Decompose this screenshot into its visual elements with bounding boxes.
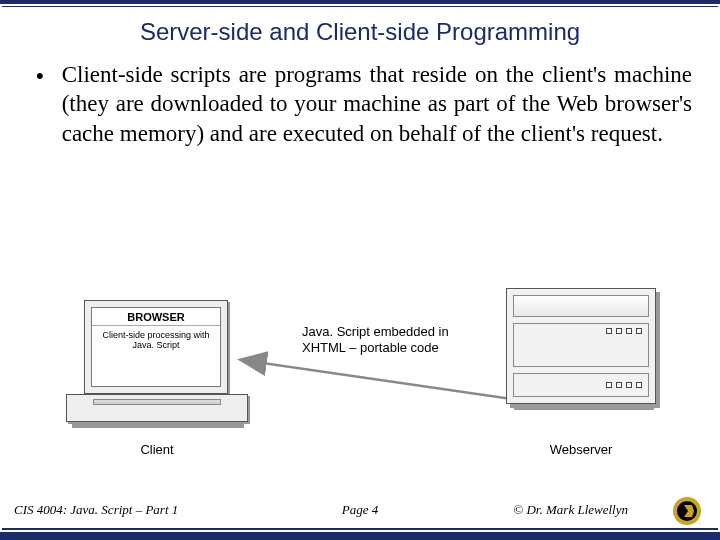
- bullet-text: Client-side scripts are programs that re…: [62, 60, 692, 148]
- slide-title: Server-side and Client-side Programming: [10, 10, 710, 60]
- browser-desc: Client-side processing with Java. Script: [92, 326, 220, 386]
- server-panel-1: [513, 323, 649, 367]
- server-indicator-lights: [606, 382, 642, 388]
- laptop-screen-inner: BROWSER Client-side processing with Java…: [91, 307, 221, 387]
- server-caption: Webserver: [506, 442, 656, 457]
- svg-line-1: [242, 360, 532, 402]
- server-panel-2: [513, 373, 649, 397]
- diagram: BROWSER Client-side processing with Java…: [10, 300, 710, 470]
- footer-course: CIS 4004: Java. Script – Part 1: [14, 502, 245, 518]
- bullet-marker: •: [36, 60, 44, 148]
- arrow-label: Java. Script embedded in XHTML – portabl…: [302, 324, 492, 355]
- browser-title: BROWSER: [92, 308, 220, 326]
- server-drive-bay: [513, 295, 649, 317]
- footer-page: Page 4: [245, 502, 476, 518]
- laptop-under-shadow: [72, 422, 244, 428]
- slide-content: Server-side and Client-side Programming …: [10, 10, 710, 526]
- bullet-item: • Client-side scripts are programs that …: [36, 60, 692, 148]
- client-caption: Client: [66, 442, 248, 457]
- laptop-keyboard: [93, 399, 221, 405]
- server-frame: [506, 288, 656, 404]
- ucf-logo-icon: [672, 496, 702, 526]
- laptop-screen-frame: BROWSER Client-side processing with Java…: [84, 300, 228, 394]
- slide-footer: CIS 4004: Java. Script – Part 1 Page 4 ©…: [0, 494, 720, 526]
- server-under-shadow: [514, 404, 654, 410]
- server-indicator-lights: [606, 328, 642, 334]
- laptop-base: [66, 394, 248, 422]
